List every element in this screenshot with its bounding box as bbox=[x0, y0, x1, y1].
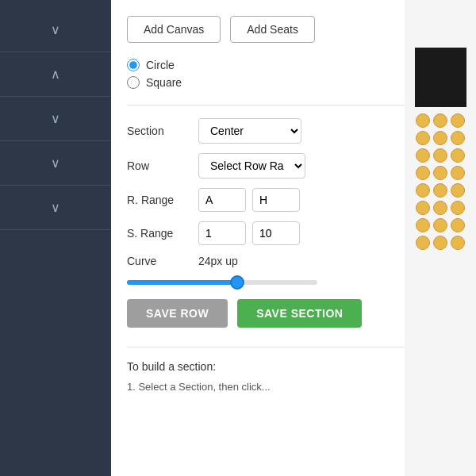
curve-value: 24px up bbox=[198, 255, 238, 267]
r-range-label: R. Range bbox=[127, 194, 198, 206]
row-select[interactable]: Select Row Ra bbox=[198, 153, 305, 178]
seat-row-1 bbox=[416, 113, 465, 128]
seat[interactable] bbox=[416, 148, 430, 163]
canvas-thumbnail bbox=[415, 48, 466, 107]
seat[interactable] bbox=[433, 131, 447, 145]
seat[interactable] bbox=[416, 113, 430, 128]
save-row-button[interactable]: SAVE ROW bbox=[127, 299, 228, 328]
seats-area bbox=[405, 0, 476, 476]
sidebar: ∨ ∧ ∨ ∨ ∨ bbox=[0, 0, 111, 476]
seat[interactable] bbox=[416, 131, 430, 145]
seat[interactable] bbox=[433, 218, 447, 232]
seat[interactable] bbox=[416, 236, 430, 250]
seat[interactable] bbox=[451, 148, 465, 163]
seat-row-4 bbox=[416, 166, 465, 180]
sidebar-section-2: ∧ bbox=[0, 52, 111, 97]
seat[interactable] bbox=[451, 166, 465, 180]
seat[interactable] bbox=[416, 183, 430, 198]
seat[interactable] bbox=[416, 166, 430, 180]
seat[interactable] bbox=[433, 148, 447, 163]
r-range-inputs bbox=[198, 188, 300, 212]
sidebar-section-4: ∨ bbox=[0, 141, 111, 186]
save-section-button[interactable]: SAVE SECTION bbox=[237, 299, 362, 328]
seat[interactable] bbox=[433, 183, 447, 198]
section-field-label: Section bbox=[127, 125, 198, 137]
sidebar-chevron-3[interactable]: ∨ bbox=[0, 97, 111, 140]
sidebar-section-3: ∨ bbox=[0, 97, 111, 141]
slider-thumb[interactable] bbox=[230, 275, 244, 290]
seat[interactable] bbox=[451, 218, 465, 232]
s-range-to-input[interactable] bbox=[252, 221, 300, 245]
sidebar-chevron-2[interactable]: ∧ bbox=[0, 52, 111, 96]
add-seats-button[interactable]: Add Seats bbox=[230, 16, 315, 43]
sidebar-chevron-1[interactable]: ∨ bbox=[0, 8, 111, 52]
r-range-to-input[interactable] bbox=[252, 188, 300, 212]
r-range-from-input[interactable] bbox=[198, 188, 246, 212]
seat[interactable] bbox=[433, 236, 447, 250]
sidebar-section-1: ∨ bbox=[0, 8, 111, 52]
circle-radio[interactable] bbox=[127, 59, 140, 71]
square-radio[interactable] bbox=[127, 76, 140, 89]
seat-row-3 bbox=[416, 148, 465, 163]
seat-row-2 bbox=[416, 131, 465, 145]
seat[interactable] bbox=[451, 201, 465, 215]
section-select[interactable]: Center Left Right bbox=[198, 118, 301, 144]
curve-label: Curve bbox=[127, 255, 198, 267]
seat[interactable] bbox=[416, 201, 430, 215]
circle-label[interactable]: Circle bbox=[146, 59, 175, 71]
seat-row-7 bbox=[416, 218, 465, 232]
seat[interactable] bbox=[451, 183, 465, 198]
seat-row-6 bbox=[416, 201, 465, 215]
row-field-label: Row bbox=[127, 159, 198, 172]
add-canvas-button[interactable]: Add Canvas bbox=[127, 16, 221, 43]
seat[interactable] bbox=[451, 131, 465, 145]
seat[interactable] bbox=[451, 236, 465, 250]
s-range-from-input[interactable] bbox=[198, 221, 246, 245]
seat[interactable] bbox=[416, 218, 430, 232]
s-range-inputs bbox=[198, 221, 300, 245]
square-label[interactable]: Square bbox=[146, 76, 182, 89]
seat[interactable] bbox=[433, 166, 447, 180]
seat[interactable] bbox=[433, 201, 447, 215]
slider-fill bbox=[127, 280, 237, 285]
sidebar-section-5: ∨ bbox=[0, 186, 111, 230]
seat-row-5 bbox=[416, 183, 465, 198]
slider-track[interactable] bbox=[127, 280, 317, 285]
sidebar-chevron-4[interactable]: ∨ bbox=[0, 141, 111, 185]
seat[interactable] bbox=[433, 113, 447, 128]
s-range-label: S. Range bbox=[127, 227, 198, 240]
sidebar-chevron-5[interactable]: ∨ bbox=[0, 186, 111, 229]
seat-row-8 bbox=[416, 236, 465, 250]
seat[interactable] bbox=[451, 113, 465, 128]
